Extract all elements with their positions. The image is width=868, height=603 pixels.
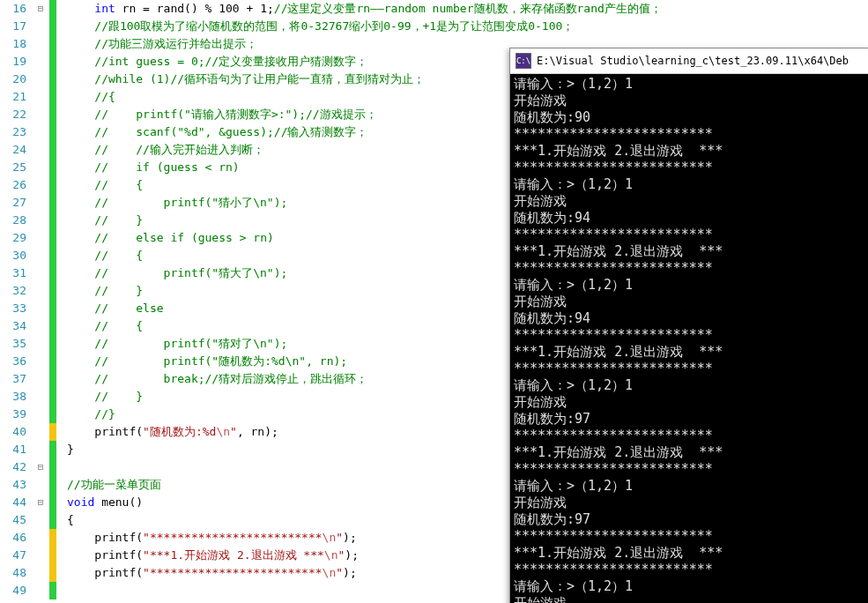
change-marker <box>49 529 56 547</box>
fold-gutter[interactable]: ⊟⊟⊟ <box>32 0 49 603</box>
line-number: 36 <box>0 353 26 370</box>
console-line: ***1.开始游戏 2.退出游戏 *** <box>514 545 865 562</box>
console-line: 开始游戏 <box>514 294 865 310</box>
console-line: ************************* <box>514 260 865 277</box>
line-number: 16 <box>0 0 26 18</box>
fold-toggle <box>32 423 49 441</box>
fold-toggle <box>32 582 49 599</box>
line-number: 22 <box>0 106 26 123</box>
console-line: 开始游戏 <box>514 495 865 511</box>
console-line: 随机数为:97 <box>514 511 865 528</box>
fold-toggle <box>32 229 49 247</box>
change-marker <box>49 564 56 582</box>
change-marker <box>49 53 56 71</box>
fold-toggle <box>32 406 49 423</box>
change-marker <box>49 212 56 229</box>
fold-toggle <box>32 71 49 88</box>
console-line: 请输入：>（1,2）1 <box>514 76 865 93</box>
change-marker <box>49 406 56 423</box>
console-line: 开始游戏 <box>514 193 865 210</box>
fold-toggle <box>32 529 49 547</box>
change-marker <box>49 458 56 476</box>
line-number: 48 <box>0 564 26 582</box>
change-marker <box>49 388 56 406</box>
console-line: ***1.开始游戏 2.退出游戏 *** <box>514 243 865 260</box>
line-number: 46 <box>0 529 26 547</box>
console-line: 请输入：>（1,2）1 <box>514 377 865 394</box>
console-line: 请输入：>（1,2）1 <box>514 277 865 294</box>
line-number: 31 <box>0 264 26 282</box>
console-line: 请输入：>（1,2）1 <box>514 478 865 495</box>
fold-toggle <box>32 53 49 71</box>
console-line: 随机数为:97 <box>514 411 865 428</box>
code-line[interactable]: int rn = rand() % 100 + 1;//这里定义变量rn——ra… <box>67 0 868 18</box>
line-number: 25 <box>0 159 26 176</box>
change-marker <box>49 88 56 106</box>
console-line: 随机数为:94 <box>514 310 865 327</box>
change-marker <box>49 300 56 317</box>
fold-toggle[interactable]: ⊟ <box>32 458 49 476</box>
change-marker <box>49 317 56 335</box>
console-line: 请输入：>（1,2）1 <box>514 176 865 193</box>
fold-toggle[interactable]: ⊟ <box>32 0 49 18</box>
change-marker-gutter <box>49 0 56 603</box>
console-line: ************************* <box>514 461 865 478</box>
line-number: 39 <box>0 406 26 423</box>
fold-toggle[interactable]: ⊟ <box>32 494 49 511</box>
fold-toggle <box>32 159 49 176</box>
line-number: 45 <box>0 511 26 529</box>
console-window[interactable]: C:\ E:\Visual Studio\learning_c\test_23.… <box>509 48 868 603</box>
console-line: ************************* <box>514 562 865 578</box>
console-output[interactable]: 请输入：>（1,2）1开始游戏随机数为:90******************… <box>510 74 868 603</box>
line-number: 24 <box>0 141 26 159</box>
fold-toggle <box>32 441 49 458</box>
fold-toggle <box>32 547 49 564</box>
fold-toggle <box>32 564 49 582</box>
line-number: 47 <box>0 547 26 564</box>
console-title-text: E:\Visual Studio\learning_c\test_23.09.1… <box>537 55 849 67</box>
fold-toggle <box>32 353 49 370</box>
line-number: 33 <box>0 300 26 317</box>
line-number: 38 <box>0 388 26 406</box>
console-line: 开始游戏 <box>514 93 865 109</box>
fold-toggle <box>32 35 49 53</box>
line-number: 20 <box>0 71 26 88</box>
console-line: ************************* <box>514 528 865 545</box>
fold-toggle <box>32 88 49 106</box>
fold-toggle <box>32 476 49 494</box>
fold-toggle <box>32 247 49 264</box>
change-marker <box>49 511 56 529</box>
fold-toggle <box>32 194 49 212</box>
console-line: 开始游戏 <box>514 595 865 603</box>
change-marker <box>49 229 56 247</box>
console-line: ***1.开始游戏 2.退出游戏 *** <box>514 344 865 361</box>
fold-toggle <box>32 123 49 141</box>
fold-toggle <box>32 212 49 229</box>
line-number: 17 <box>0 18 26 35</box>
change-marker <box>49 0 56 18</box>
change-marker <box>49 194 56 212</box>
code-line[interactable]: //跟100取模为了缩小随机数的范围，将0-32767缩小到0-99，+1是为了… <box>67 18 868 35</box>
change-marker <box>49 247 56 264</box>
change-marker <box>49 441 56 458</box>
console-titlebar[interactable]: C:\ E:\Visual Studio\learning_c\test_23.… <box>510 48 868 74</box>
line-number: 19 <box>0 53 26 71</box>
line-number: 26 <box>0 176 26 194</box>
console-app-icon: C:\ <box>516 53 531 69</box>
fold-toggle <box>32 300 49 317</box>
console-line: 开始游戏 <box>514 394 865 411</box>
line-number: 29 <box>0 229 26 247</box>
console-line: ************************* <box>514 361 865 377</box>
fold-toggle <box>32 264 49 282</box>
console-line: ************************* <box>514 327 865 344</box>
line-number: 49 <box>0 582 26 599</box>
change-marker <box>49 71 56 88</box>
line-number-gutter: 1617181920212223242526272829303132333435… <box>0 0 32 603</box>
change-marker <box>49 18 56 35</box>
console-line: 随机数为:94 <box>514 210 865 227</box>
change-marker <box>49 123 56 141</box>
console-line: ***1.开始游戏 2.退出游戏 *** <box>514 444 865 461</box>
line-number: 23 <box>0 123 26 141</box>
console-line: ************************* <box>514 227 865 243</box>
line-number: 37 <box>0 370 26 388</box>
